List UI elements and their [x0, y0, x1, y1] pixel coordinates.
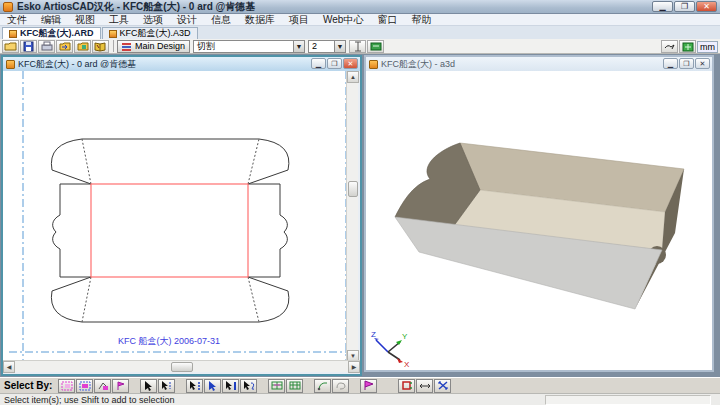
- toolbar-separator: [113, 40, 114, 52]
- select-polygon-button[interactable]: [94, 379, 111, 393]
- close-button[interactable]: ✕: [696, 1, 717, 12]
- arc-icon: [317, 380, 329, 391]
- zoom-pointer-button[interactable]: [661, 40, 678, 53]
- rebuild-button[interactable]: [367, 40, 384, 53]
- menu-view[interactable]: 视图: [68, 13, 102, 27]
- select-table-button[interactable]: [286, 379, 303, 393]
- select-point-button[interactable]: [186, 379, 203, 393]
- main-design-button[interactable]: Main Design: [117, 40, 190, 53]
- select-move-h-button[interactable]: [416, 379, 433, 393]
- menu-options[interactable]: 选项: [136, 13, 170, 27]
- red-box-icon: [401, 380, 413, 391]
- design-2d-titlebar[interactable]: KFC船盒(大) - 0 ard @肯德基 ▁ ❐ ✕: [3, 57, 360, 71]
- menu-project[interactable]: 项目: [282, 13, 316, 27]
- child-minimize-button[interactable]: ▁: [663, 58, 678, 69]
- chevron-down-icon[interactable]: ▼: [293, 41, 304, 52]
- cursor-fill-icon: [207, 380, 219, 391]
- flag-icon: [363, 380, 375, 391]
- margin-guides: [9, 71, 348, 362]
- table-icon: [289, 380, 301, 391]
- a3d-doc-icon: [109, 30, 117, 38]
- select-disabled-button[interactable]: [332, 379, 349, 393]
- main-design-icon: [122, 42, 132, 51]
- select-arrow-lines-button[interactable]: [158, 379, 175, 393]
- select-polygon-icon: [97, 381, 109, 391]
- axis-x-label: X: [404, 360, 410, 369]
- artioscad-app-icon: [3, 2, 13, 12]
- axis-y-label: Y: [402, 332, 408, 341]
- horizontal-scroll-thumb[interactable]: [171, 362, 193, 372]
- cursor-curl-icon: [243, 380, 255, 391]
- layer-select[interactable]: 切割 ▼: [193, 40, 305, 53]
- plot-button[interactable]: [38, 40, 55, 53]
- tab-a3d[interactable]: KFC船盒(大).A3D: [102, 27, 198, 39]
- select-rect-button[interactable]: [58, 379, 75, 393]
- menu-file[interactable]: 文件: [0, 13, 34, 27]
- cursor-points-icon: [189, 380, 201, 391]
- chevron-down-icon[interactable]: ▼: [334, 41, 345, 52]
- catalog-button[interactable]: [92, 40, 109, 53]
- menu-webcenter[interactable]: Web中心: [316, 13, 370, 27]
- vertical-scrollbar[interactable]: ▲ ▼: [346, 71, 358, 362]
- select-flag-button[interactable]: [112, 379, 129, 393]
- menu-info[interactable]: 信息: [204, 13, 238, 27]
- zoom-arrow-icon: [664, 42, 676, 52]
- green-box-icon: [682, 42, 694, 52]
- menu-help[interactable]: 帮助: [404, 13, 438, 27]
- tab-ard[interactable]: KFC船盒(大).ARD: [2, 27, 101, 39]
- menu-edit[interactable]: 编辑: [34, 13, 68, 27]
- menu-design[interactable]: 设计: [170, 13, 204, 27]
- cursor-arrow-icon: [143, 380, 154, 391]
- maximize-button[interactable]: ❐: [674, 1, 695, 12]
- view-3d-canvas[interactable]: Z Y X: [366, 71, 712, 370]
- save-floppy-icon: [23, 41, 34, 52]
- child-restore-button[interactable]: ❐: [327, 58, 342, 69]
- select-box-red-button[interactable]: [398, 379, 415, 393]
- menu-window[interactable]: 窗口: [370, 13, 404, 27]
- rebuild-icon: [370, 41, 382, 52]
- select-rect-icon: [61, 381, 73, 391]
- scroll-left-arrow[interactable]: ◀: [3, 361, 15, 373]
- horizontal-scrollbar[interactable]: ◀ ▶: [3, 360, 360, 372]
- minimize-button[interactable]: ▁: [652, 1, 673, 12]
- menu-tools[interactable]: 工具: [102, 13, 136, 27]
- design-2d-canvas[interactable]: KFC 船盒(大) 2006-07-31: [3, 71, 348, 362]
- select-arc-button[interactable]: [314, 379, 331, 393]
- menu-database[interactable]: 数据库: [238, 13, 282, 27]
- view-3d-titlebar[interactable]: KFC船盒(大) - a3d ▁ ❐ ✕: [366, 57, 712, 71]
- scroll-right-arrow[interactable]: ▶: [348, 361, 360, 373]
- child-close-button[interactable]: ✕: [343, 58, 358, 69]
- refresh-3d-button[interactable]: [679, 40, 696, 53]
- select-rect-add-button[interactable]: [76, 379, 93, 393]
- dieline-caption: KFC 船盒(大) 2006-07-31: [118, 336, 220, 346]
- scroll-up-arrow[interactable]: ▲: [347, 71, 359, 83]
- select-arrow-button[interactable]: [140, 379, 157, 393]
- catalog-book-icon: [94, 41, 107, 52]
- lasso-disabled-icon: [335, 380, 347, 391]
- box-3d-render: Z Y X: [366, 71, 712, 370]
- snap-button[interactable]: [349, 40, 366, 53]
- scale-select-value: 2: [312, 41, 317, 51]
- menu-bar: 文件 编辑 视图 工具 选项 设计 信息 数据库 项目 Web中心 窗口 帮助: [0, 14, 720, 26]
- vertical-scroll-thumb[interactable]: [348, 181, 358, 197]
- select-curl-button[interactable]: [240, 379, 257, 393]
- select-by-label: Select By:: [4, 380, 52, 391]
- select-table-add-button[interactable]: [268, 379, 285, 393]
- select-flag2-button[interactable]: [360, 379, 377, 393]
- axis-indicator: Z Y X: [371, 330, 410, 369]
- status-message: Select item(s); use Shift to add to sele…: [4, 395, 175, 405]
- copy-design-button[interactable]: [74, 40, 91, 53]
- scale-select[interactable]: 2 ▼: [308, 40, 346, 53]
- main-toolbar: Main Design 切割 ▼ 2 ▼ mm: [0, 39, 720, 54]
- child-minimize-button[interactable]: ▁: [311, 58, 326, 69]
- select-bar-button[interactable]: [222, 379, 239, 393]
- select-move-xy-button[interactable]: [434, 379, 451, 393]
- child-restore-button[interactable]: ❐: [679, 58, 694, 69]
- open-button[interactable]: [2, 40, 19, 53]
- move-horizontal-icon: [419, 381, 431, 390]
- child-close-button[interactable]: ✕: [695, 58, 710, 69]
- window-title: Esko ArtiosCAD汉化 - KFC船盒(大) - 0 ard @肯德基: [17, 0, 255, 14]
- save-button[interactable]: [20, 40, 37, 53]
- import-design-button[interactable]: [56, 40, 73, 53]
- select-fill-button[interactable]: [204, 379, 221, 393]
